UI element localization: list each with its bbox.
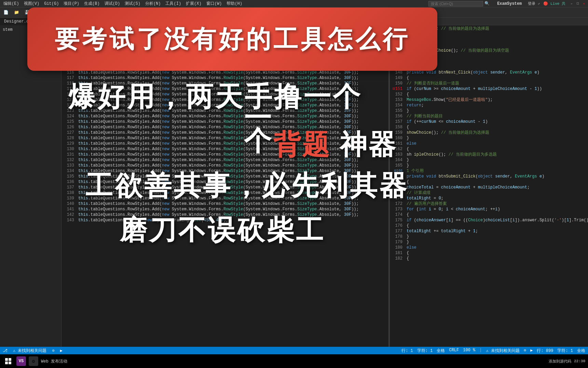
status-col-right: 全格 [577,348,585,354]
separator-1 [50,9,50,16]
taskbar-notification: 添加到源代码 22:30 [549,359,585,364]
search-input[interactable] [428,1,483,6]
start-menu-button[interactable] [3,356,14,367]
menu-item-debug[interactable]: 调试(D) [102,0,122,7]
start-button[interactable]: ▶ ▶ 启动 ▼ [108,9,137,16]
login-label[interactable]: 登录 ♂ [528,1,540,6]
debug-config-select[interactable]: Debug Release [52,9,76,16]
status-separator2: | [479,348,482,354]
sidebar: stem [0,25,61,360]
left-code-panel[interactable]: 108109110111112 113114115116117 11811912… [61,25,388,360]
right-code-lines: showChoice(); // 当前做的题目为选择题 } else { sho… [405,25,588,360]
tab-bar: Designer.cs ✕ [0,18,588,25]
vs-status-bar: ⎇ ⚠ 未找到相关问题 ⊙ ▶ 行: 1 字符: 1 全格 CRLF 100 %… [0,347,588,354]
menu-item-analyze[interactable]: 分析(N) [143,0,163,7]
clock: 22:30 [574,359,585,363]
left-code-content: 108109110111112 113114115116117 11811912… [61,25,388,360]
sidebar-item-stem[interactable]: stem [0,27,61,33]
toolbar-save[interactable]: 💾 [23,9,32,16]
status-line-right: 行: 899 [537,348,553,354]
taskbar-vs-icon[interactable]: VS [16,356,26,366]
editor-area: stem 108109110111112 113114115116117 118… [0,25,588,360]
toolbar-new-file[interactable]: 📄 [1,9,11,16]
status-line-left: 行: 1 [401,348,413,354]
cpu-config-select[interactable]: Any CPU [78,9,104,16]
status-crlf: CRLF [449,348,459,354]
maximize-button[interactable]: □ [575,1,580,6]
menu-item-project[interactable]: 项目(P) [61,0,81,7]
menu-bar: 编辑(E) 视图(V) Git(G) 项目(P) 生成(B) 调试(D) 测试(… [0,0,588,8]
toolbar-redo[interactable]: ↪ [41,9,47,16]
menu-item-window[interactable]: 窗口(W) [204,0,224,7]
status-zoom: 100 % [463,348,475,354]
right-code-panel[interactable]: 140141142143144 145146⊟147148149 150⊟151… [390,25,588,360]
search-icon: 🔍 [484,1,490,6]
status-breakpoint-right: ⊙ [524,348,526,354]
menu-item-test[interactable]: 测试(S) [123,0,142,7]
left-line-numbers: 108109110111112 113114115116117 11811912… [61,25,77,360]
tab-designer[interactable]: Designer.cs ✕ [0,18,40,25]
play-icon: ▶ [111,10,114,15]
svg-rect-2 [5,362,8,364]
liveshare-label[interactable]: 🔴 Live 共 [543,1,565,6]
app-title: ExamSystem [497,1,522,6]
menu-item-tools[interactable]: 工具(I) [163,0,183,7]
window-controls: － □ ✕ [569,1,587,6]
close-button[interactable]: ✕ [581,1,587,6]
toolbar-undo[interactable]: ↩ [33,9,40,16]
separator-2 [106,9,106,16]
status-errors-right[interactable]: ⚠ 未找到相关问题 [486,348,519,354]
taskbar-app-label: Web 发布活动 [41,358,67,364]
right-line-numbers: 140141142143144 145146⊟147148149 150⊟151… [390,25,405,360]
status-breakpoint: ⊙ [52,348,54,353]
notification-text[interactable]: 添加到源代码 [549,359,571,364]
git-icon: ⎇ [3,348,8,353]
toolbar-open[interactable]: 📁 [12,9,21,16]
toolbar-build[interactable]: 🔨 [146,9,155,16]
status-char-left: 字符: 1 [417,348,433,354]
win-taskbar: VS ⚙ Web 发布活动 添加到源代码 22:30 [0,354,588,368]
tab-designer-label: Designer.cs [4,19,31,24]
start-label: ▶ 启动 ▼ [115,10,134,15]
menu-item-git[interactable]: Git(G) [42,1,61,7]
minimize-button[interactable]: － [569,1,574,6]
status-cursor: ▶ [60,348,63,353]
menu-item-edit[interactable]: 编辑(E) [1,0,21,7]
status-errors[interactable]: ⚠ 未找到相关问题 [13,348,46,354]
sidebar-label: stem [3,27,13,32]
svg-rect-0 [5,358,8,361]
toolbar-attach[interactable]: ⚙ [138,9,145,16]
taskbar-app-icon[interactable]: ⚙ [29,356,38,366]
status-cursor-right: ▶ [530,348,533,354]
toolbar: 📄 📁 💾 ↩ ↪ Debug Release Any CPU ▶ ▶ 启动 ▼… [0,8,588,18]
bottom-bars: ⎇ ⚠ 未找到相关问题 ⊙ ▶ 行: 1 字符: 1 全格 CRLF 100 %… [0,347,588,368]
menu-search-area: 🔍 [428,1,490,6]
tab-close-icon[interactable]: ✕ [33,19,35,24]
code-panels: 108109110111112 113114115116117 11811912… [61,25,588,360]
menu-item-extensions[interactable]: 扩展(X) [184,0,204,7]
menu-item-build[interactable]: 生成(B) [82,0,102,7]
menu-item-view[interactable]: 视图(V) [22,0,42,7]
svg-rect-3 [9,362,11,364]
status-char-right: 字符: 1 [557,348,573,354]
right-code-content: 140141142143144 145146⊟147148149 150⊟151… [390,25,588,360]
svg-rect-1 [9,358,11,361]
status-col: 全格 [437,348,445,354]
left-code-lines: this.tableQuestions.RowStyles.Add(new Sy… [77,25,388,360]
menu-item-help[interactable]: 帮助(H) [224,0,244,7]
